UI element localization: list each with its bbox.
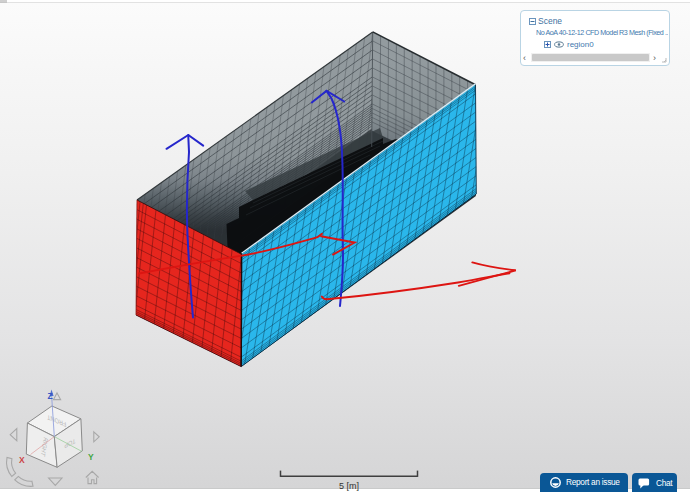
svg-text:Z: Z xyxy=(48,391,53,401)
svg-text:X: X xyxy=(19,455,25,465)
svg-text:5 [m]: 5 [m] xyxy=(339,481,359,491)
svg-text:Y: Y xyxy=(88,452,94,462)
